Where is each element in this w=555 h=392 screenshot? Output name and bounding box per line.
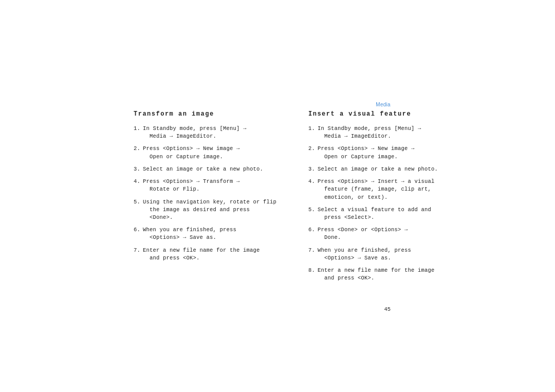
step-text: Select an image or take a new photo.	[143, 165, 278, 173]
step-text: Enter a new file name for the image and …	[318, 267, 452, 282]
step-number: 7.	[308, 247, 318, 262]
right-step-list: 1. In Standby mode, press [Menu] → Media…	[308, 125, 452, 283]
list-item: 3. Select an image or take a new photo.	[134, 165, 278, 173]
step-number: 8.	[308, 267, 318, 282]
step-number: 5.	[134, 198, 143, 222]
step-number: 1.	[134, 125, 143, 140]
step-number: 5.	[308, 206, 318, 221]
step-text: Select an image or take a new photo.	[318, 165, 452, 173]
step-text: In Standby mode, press [Menu] → Media → …	[318, 125, 452, 140]
left-section-title: Transform an image	[134, 110, 278, 118]
step-number: 2.	[308, 145, 318, 160]
step-number: 3.	[308, 165, 318, 173]
left-column: Transform an image 1. In Standby mode, p…	[134, 110, 278, 287]
step-text: Enter a new file name for the image and …	[143, 247, 278, 262]
list-item: 8. Enter a new file name for the image a…	[308, 267, 452, 282]
right-section-title: Insert a visual feature	[308, 110, 452, 118]
list-item: 1. In Standby mode, press [Menu] → Media…	[134, 125, 278, 140]
step-text: Using the navigation key, rotate or flip…	[143, 198, 278, 222]
step-text: Select a visual feature to add and press…	[318, 206, 452, 221]
list-item: 6. When you are finished, press <Options…	[134, 226, 278, 241]
list-item: 5. Using the navigation key, rotate or f…	[134, 198, 278, 222]
step-text: When you are finished, press <Options> →…	[143, 226, 278, 241]
list-item: 7. When you are finished, press <Options…	[308, 247, 452, 262]
step-text: Press <Options> → New image → Open or Ca…	[318, 145, 452, 160]
content-area: Transform an image 1. In Standby mode, p…	[134, 110, 452, 287]
step-number: 4.	[308, 178, 318, 201]
step-text: Press <Done> or <Options> → Done.	[318, 226, 452, 241]
step-number: 2.	[134, 145, 143, 160]
step-number: 6.	[134, 226, 143, 241]
step-number: 4.	[134, 178, 143, 193]
page-container: Media Transform an image 1. In Standby m…	[0, 0, 555, 392]
left-step-list: 1. In Standby mode, press [Menu] → Media…	[134, 125, 278, 262]
step-text: In Standby mode, press [Menu] → Media → …	[143, 125, 278, 140]
list-item: 7. Enter a new file name for the image a…	[134, 247, 278, 262]
media-breadcrumb: Media	[376, 102, 391, 107]
step-number: 7.	[134, 247, 143, 262]
step-number: 6.	[308, 226, 318, 241]
step-text: Press <Options> → Insert → a visual feat…	[318, 178, 452, 201]
right-column: Insert a visual feature 1. In Standby mo…	[308, 110, 452, 287]
step-number: 1.	[308, 125, 318, 140]
page-number: 45	[384, 306, 391, 312]
step-text: Press <Options> → New image → Open or Ca…	[143, 145, 278, 160]
step-text: Press <Options> → Transform → Rotate or …	[143, 178, 278, 193]
step-text: When you are finished, press <Options> →…	[318, 247, 452, 262]
list-item: 6. Press <Done> or <Options> → Done.	[308, 226, 452, 241]
list-item: 2. Press <Options> → New image → Open or…	[134, 145, 278, 160]
list-item: 3. Select an image or take a new photo.	[308, 165, 452, 173]
list-item: 2. Press <Options> → New image → Open or…	[308, 145, 452, 160]
list-item: 4. Press <Options> → Transform → Rotate …	[134, 178, 278, 193]
step-number: 3.	[134, 165, 143, 173]
list-item: 4. Press <Options> → Insert → a visual f…	[308, 178, 452, 201]
list-item: 1. In Standby mode, press [Menu] → Media…	[308, 125, 452, 140]
list-item: 5. Select a visual feature to add and pr…	[308, 206, 452, 221]
